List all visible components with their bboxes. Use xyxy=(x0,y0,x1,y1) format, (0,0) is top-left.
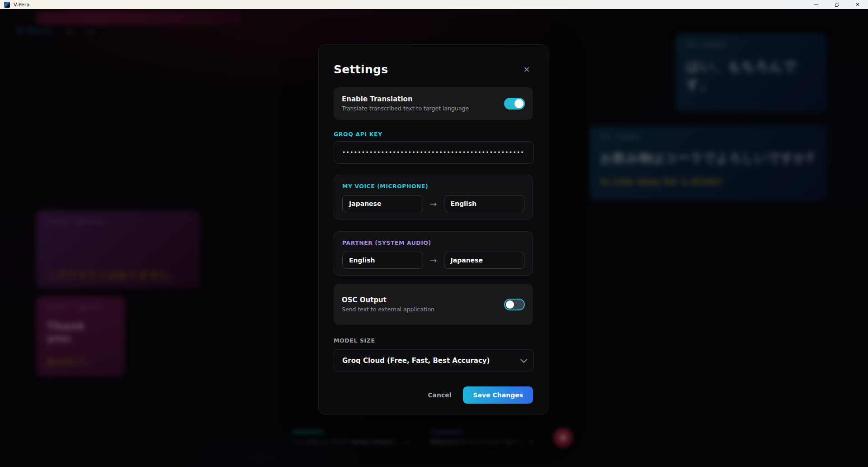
osc-output-description: Send text to external application xyxy=(342,306,434,313)
partner-target-select[interactable]: Japanese xyxy=(444,252,525,269)
enable-translation-description: Translate transcribed text to target lan… xyxy=(342,105,469,112)
enable-translation-toggle[interactable] xyxy=(504,98,525,110)
arrow-right-icon: → xyxy=(423,199,444,209)
my-voice-label: MY VOICE (MICROPHONE) xyxy=(342,183,524,190)
close-modal-button[interactable]: ✕ xyxy=(520,63,533,76)
titlebar: V-Pera ✕ xyxy=(0,0,868,9)
groq-api-key-label: GROQ API KEY xyxy=(334,131,533,138)
model-size-value: Groq Cloud (Free, Fast, Best Accuracy) xyxy=(342,357,490,365)
settings-modal: Settings ✕ Enable Translation Translate … xyxy=(318,44,548,415)
toggle-knob xyxy=(506,300,514,309)
partner-label: PARTNER (SYSTEM AUDIO) xyxy=(342,239,524,246)
arrow-right-icon: → xyxy=(423,256,444,265)
modal-title: Settings xyxy=(334,63,388,76)
partner-card: PARTNER (SYSTEM AUDIO) English → Japanes… xyxy=(334,231,533,276)
osc-output-label: OSC Output xyxy=(342,296,434,304)
enable-translation-card: Enable Translation Translate transcribed… xyxy=(334,87,533,120)
minimize-icon xyxy=(814,5,818,5)
window-controls: ✕ xyxy=(806,0,868,9)
close-window-icon: ✕ xyxy=(855,2,860,7)
my-voice-source-select[interactable]: Japanese xyxy=(342,195,423,212)
cancel-button[interactable]: Cancel xyxy=(428,391,451,399)
model-size-label: MODEL SIZE xyxy=(334,337,533,344)
enable-translation-label: Enable Translation xyxy=(342,95,469,103)
app-icon xyxy=(4,2,10,8)
osc-output-toggle[interactable] xyxy=(504,299,525,310)
minimize-button[interactable] xyxy=(806,0,826,9)
save-button[interactable]: Save Changes xyxy=(463,386,533,404)
toggle-knob xyxy=(514,99,524,108)
maximize-button[interactable] xyxy=(826,0,847,9)
osc-output-card: OSC Output Send text to external applica… xyxy=(334,284,533,325)
restore-icon xyxy=(835,3,839,7)
close-window-button[interactable]: ✕ xyxy=(847,0,868,9)
my-voice-target-select[interactable]: English xyxy=(444,195,525,212)
partner-source-select[interactable]: English xyxy=(342,252,423,269)
app-title: V-Pera xyxy=(14,2,29,8)
close-icon: ✕ xyxy=(523,65,530,74)
groq-api-key-input[interactable] xyxy=(334,141,534,164)
my-voice-card: MY VOICE (MICROPHONE) Japanese → English xyxy=(334,175,533,219)
chevron-down-icon xyxy=(520,356,528,363)
model-size-dropdown[interactable]: Groq Cloud (Free, Fast, Best Accuracy) xyxy=(334,349,534,372)
